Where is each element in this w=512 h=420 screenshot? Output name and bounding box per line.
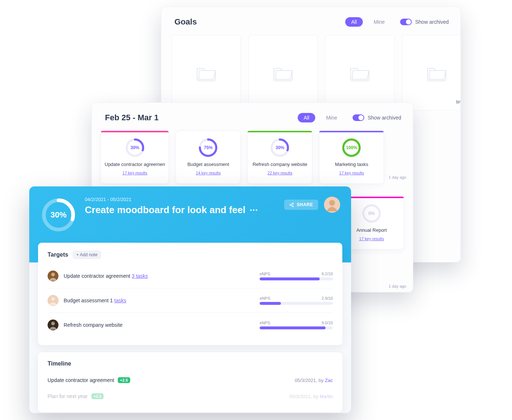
goal-card[interactable] — [325, 35, 395, 111]
metric-name: eNPS — [260, 272, 270, 276]
detail-dates: 04/2/2021 - 05/2/2021 — [85, 197, 276, 202]
share-icon — [289, 203, 294, 207]
more-icon[interactable]: ••• — [250, 207, 258, 213]
filter-mine[interactable]: Mine — [320, 113, 343, 122]
timeline-card: Timeline Update contractor agreement +2.… — [38, 352, 342, 412]
metric-score: 9.0/10 — [321, 321, 333, 325]
progress-card[interactable]: 30% Refresh company website 22 key resul… — [247, 130, 312, 184]
filter-group: All Mine — [345, 17, 391, 27]
show-archived-toggle[interactable]: Show archived — [400, 19, 449, 25]
timeline-list: Update contractor agreement +2.5 05/3/20… — [48, 372, 333, 404]
filter-all[interactable]: All — [345, 17, 363, 27]
progress-card-sub[interactable]: 17 key results — [123, 171, 147, 175]
timeline-row: Plan for next year +2.5 05/3/2021, by Ma… — [48, 388, 333, 404]
progress-card[interactable]: 30% Update contractor agreemen 17 key re… — [101, 130, 169, 184]
period-footer: 1 day ago — [389, 284, 406, 288]
timeline-author[interactable]: Zac — [325, 378, 333, 383]
progress-pct: 75% — [198, 137, 218, 158]
assignee-avatar[interactable] — [48, 295, 59, 306]
progress-pct: 30% — [125, 137, 145, 158]
target-tasks-link[interactable]: 3 tasks — [132, 273, 148, 279]
target-row: Refresh company website eNPS 9.0/10 — [48, 313, 333, 337]
progress-card-title: Budget assessment — [187, 162, 229, 167]
progress-donut: 30% — [125, 137, 145, 158]
target-metric: eNPS 2.9/10 — [260, 296, 333, 305]
filter-mine[interactable]: Mine — [368, 17, 391, 27]
add-note-button[interactable]: + Add note — [73, 251, 101, 259]
period-header: Feb 25 - Mar 1 All Mine Show archived — [92, 103, 413, 130]
target-row: Update contractor agreement 3 tasks eNPS… — [48, 264, 333, 288]
svg-point-18 — [329, 200, 335, 206]
detail-title-row: Create moodboard for look and feel ••• — [85, 204, 276, 216]
progress-card[interactable]: 100% Marketing tasks 17 key results — [319, 130, 384, 184]
delta-badge: +2.5 — [118, 377, 130, 383]
assignee-avatar[interactable] — [48, 270, 59, 281]
progress-card-sub[interactable]: 17 key results — [339, 171, 364, 175]
progress-card-title: Marketing tasks — [335, 162, 368, 167]
goal-card[interactable]: ting — [402, 35, 461, 111]
svg-point-20 — [51, 273, 55, 276]
show-archived-toggle[interactable]: Show archived — [353, 114, 401, 121]
detail-title: Create moodboard for look and feel — [85, 204, 245, 216]
target-tasks-link[interactable]: tasks — [114, 298, 127, 303]
show-archived-label: Show archived — [415, 19, 449, 25]
timeline-author[interactable]: Martin — [320, 394, 333, 399]
progress-card-sub[interactable]: 17 key results — [359, 237, 384, 241]
progress-pct: 0% — [361, 203, 382, 224]
timeline-header: Timeline — [48, 360, 333, 367]
goal-progress-label: 30% — [40, 197, 77, 233]
detail-main: 04/2/2021 - 05/2/2021 Create moodboard f… — [85, 197, 276, 216]
owner-avatar[interactable] — [324, 197, 340, 213]
target-label: Refresh company website — [64, 322, 123, 328]
svg-point-22 — [51, 297, 55, 301]
progress-donut: 0% — [361, 203, 382, 224]
goal-card[interactable] — [248, 35, 318, 111]
targets-heading: Targets — [48, 251, 68, 258]
assignee-avatar[interactable] — [48, 319, 59, 330]
folder-icon — [272, 64, 294, 82]
period-controls: All Mine Show archived — [298, 113, 401, 122]
toggle-icon — [400, 19, 412, 25]
targets-header: Targets + Add note — [48, 251, 333, 259]
timeline-meta: 05/3/2021, by Martin — [289, 394, 333, 399]
svg-line-15 — [291, 204, 293, 204]
timeline-label: Update contractor agreement — [48, 377, 114, 383]
target-label: Update contractor agreement 3 tasks — [64, 273, 148, 279]
goal-detail-panel: 30% 04/2/2021 - 05/2/2021 Create moodboa… — [29, 186, 351, 413]
metric-bar — [260, 302, 333, 305]
progress-card[interactable]: 75% Budget assessment 14 key results — [176, 130, 241, 184]
delta-badge: +2.5 — [91, 393, 104, 399]
progress-card-title: Update contractor agreemen — [105, 162, 165, 167]
filter-group: All Mine — [298, 113, 343, 122]
period-footer-dup: 1 day ago — [389, 175, 406, 179]
progress-donut: 30% — [270, 137, 290, 158]
progress-card-title: Annual Report — [356, 227, 387, 233]
share-button[interactable]: SHARE — [284, 200, 318, 210]
timeline-label: Plan for next year — [48, 393, 88, 399]
goal-progress-donut: 30% — [40, 197, 77, 233]
metric-name: eNPS — [260, 296, 270, 300]
goals-cards: ting — [161, 35, 460, 111]
progress-card-sub[interactable]: 14 key results — [196, 171, 221, 175]
target-label: Budget assessment 1 tasks — [64, 298, 126, 303]
progress-donut: 75% — [198, 137, 218, 158]
detail-hero-right: SHARE — [284, 197, 340, 213]
goal-card-caption: ting — [452, 99, 461, 105]
folder-icon — [426, 64, 447, 82]
progress-card-title: Refresh company website — [253, 162, 308, 167]
share-label: SHARE — [297, 202, 313, 207]
progress-donut: 100% — [341, 137, 362, 158]
targets-list: Update contractor agreement 3 tasks eNPS… — [48, 264, 333, 337]
goal-card[interactable] — [172, 35, 241, 111]
target-metric: eNPS 8.2/10 — [260, 272, 333, 280]
metric-score: 8.2/10 — [321, 272, 333, 276]
metric-bar — [260, 326, 333, 329]
toggle-icon — [353, 114, 364, 121]
period-cards: 30% Update contractor agreemen 17 key re… — [92, 130, 413, 184]
folder-icon — [349, 64, 370, 82]
progress-card-sub[interactable]: 22 key results — [268, 171, 293, 175]
timeline-row: Update contractor agreement +2.5 05/3/20… — [48, 372, 333, 388]
progress-pct: 100% — [341, 137, 362, 158]
folder-icon — [196, 64, 217, 82]
filter-all[interactable]: All — [298, 113, 315, 122]
